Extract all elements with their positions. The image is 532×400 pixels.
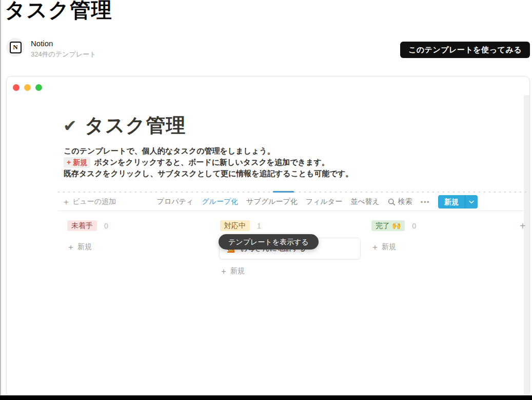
description-line-2-text: ボタンをクリックすると、ボードに新しいタスクを追加できます。	[94, 158, 329, 166]
publisher-row: N Notion 324件のテンプレート	[6, 38, 96, 59]
toolbar-divider	[58, 211, 524, 211]
board-column-done: 完了 🙌 0 + 新規	[367, 220, 514, 252]
search-label: 検索	[398, 197, 412, 206]
column-header: 未着手 0	[67, 220, 210, 231]
publisher-text: Notion 324件のテンプレート	[31, 38, 96, 59]
toolbar-sort[interactable]: 並べ替え	[350, 197, 380, 206]
window-controls	[13, 84, 42, 91]
scroll-indicator	[273, 191, 294, 193]
add-card-label: 新規	[77, 242, 92, 252]
notion-logo-letter: N	[10, 42, 22, 53]
plus-icon: +	[221, 267, 226, 276]
toolbar-search[interactable]: 検索	[388, 197, 412, 206]
document-title-text: タスク管理	[85, 112, 186, 139]
column-count: 1	[257, 222, 261, 230]
add-group-button[interactable]: +	[520, 221, 526, 231]
board-column-not-started: 未着手 0 + 新規	[63, 220, 210, 252]
zoom-window-icon	[35, 84, 42, 91]
column-count: 0	[104, 222, 108, 230]
notion-logo: N	[6, 38, 25, 56]
view-toolbar: + ビューの追加 プロパティ グループ化 サブグループ化 フィルター 並べ替え …	[64, 194, 478, 209]
document-description: このテンプレートで、個人的なタスクの管理をしましょう。 +新規ボタンをクリックす…	[64, 145, 353, 179]
publisher-template-count: 324件のテンプレート	[31, 50, 96, 59]
add-card-button[interactable]: + 新規	[68, 242, 210, 252]
page-title: タスク管理	[5, 0, 112, 23]
bottom-black-bar	[0, 395, 532, 400]
toolbar-group-by[interactable]: グループ化	[202, 197, 238, 206]
add-view-label: ビューの追加	[72, 197, 116, 206]
more-options-button[interactable]: •••	[421, 198, 430, 206]
plus-icon: +	[67, 158, 71, 166]
status-badge-done[interactable]: 完了 🙌	[371, 220, 405, 231]
toolbar-subgroup[interactable]: サブグループ化	[246, 197, 298, 206]
plus-icon: +	[68, 243, 73, 252]
minimize-window-icon	[24, 84, 31, 91]
add-card-label: 新規	[382, 242, 396, 252]
status-badge-in-progress[interactable]: 対応中	[220, 220, 250, 231]
close-window-icon	[13, 84, 19, 91]
plus-icon: +	[372, 243, 378, 252]
window-left-edge	[0, 0, 1, 400]
use-template-button[interactable]: このテンプレートを使ってみる	[400, 42, 530, 58]
new-task-button[interactable]: 新規	[438, 195, 478, 208]
inline-new-badge-label: 新規	[73, 158, 87, 166]
inline-new-badge: +新規	[64, 157, 90, 168]
chevron-down-icon[interactable]	[465, 200, 478, 204]
status-badge-not-started[interactable]: 未着手	[67, 220, 97, 231]
add-card-button[interactable]: + 新規	[372, 242, 514, 252]
document-title: ✔ タスク管理	[63, 112, 186, 139]
toolbar-filter[interactable]: フィルター	[306, 197, 342, 206]
check-icon: ✔	[63, 116, 77, 136]
add-card-button[interactable]: + 新規	[221, 266, 363, 276]
embed-scrollbar[interactable]	[524, 95, 529, 396]
add-card-label: 新規	[230, 266, 245, 276]
toolbar-properties[interactable]: プロパティ	[157, 197, 194, 206]
search-icon	[388, 198, 396, 206]
description-line-3: 既存タスクをクリックし、サブタスクとして更に情報を追記することも可能です。	[64, 168, 353, 179]
plus-icon: +	[64, 198, 69, 206]
column-count: 0	[412, 222, 416, 230]
template-preview-window: ✔ タスク管理 このテンプレートで、個人的なタスクの管理をしましょう。 +新規ボ…	[6, 76, 530, 397]
column-header: 完了 🙌 0	[371, 220, 514, 231]
description-line-2: +新規ボタンをクリックすると、ボードに新しいタスクを追加できます。	[64, 157, 353, 168]
toolbar-right-group: プロパティ グループ化 サブグループ化 フィルター 並べ替え 検索 ••• 新規	[157, 195, 478, 208]
column-header: 対応中 1	[220, 220, 363, 231]
show-template-tooltip: テンプレートを表示する	[219, 234, 319, 250]
description-line-1: このテンプレートで、個人的なタスクの管理をしましょう。	[64, 145, 353, 157]
new-task-button-label[interactable]: 新規	[438, 195, 465, 208]
publisher-name[interactable]: Notion	[31, 39, 96, 48]
add-view-button[interactable]: + ビューの追加	[64, 197, 116, 206]
